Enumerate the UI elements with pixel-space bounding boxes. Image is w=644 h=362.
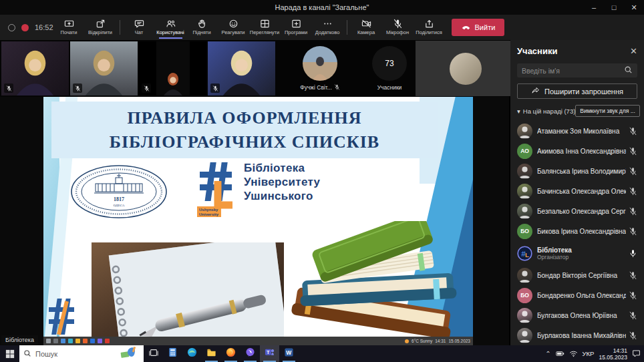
- toolbar-share-screen-button[interactable]: Почати: [53, 16, 85, 39]
- svg-text:University: University: [199, 212, 219, 216]
- participant-tile-no-video[interactable]: [416, 41, 516, 96]
- leave-button[interactable]: Вийти: [452, 19, 505, 36]
- participant-row[interactable]: БОБондаренко Ольга Олександрі...: [517, 285, 637, 305]
- taskbar-app-edge[interactable]: [182, 345, 202, 362]
- taskbar-app-word[interactable]: W: [279, 345, 299, 362]
- panel-close-icon[interactable]: ✕: [630, 46, 637, 56]
- mic-muted-icon[interactable]: [629, 167, 637, 176]
- participant-row[interactable]: Булгакова Олена Юріївна: [517, 305, 637, 325]
- notification-center-icon[interactable]: [632, 348, 641, 360]
- mic-muted-icon[interactable]: [629, 311, 637, 320]
- taskbar-app-calculator[interactable]: [163, 345, 182, 362]
- video-tile-red-haired-woman[interactable]: [139, 41, 206, 96]
- slide-title-banner: ПРАВИЛА ОФОРМЛЕННЯ БІБЛІОГРАФІЧНИХ СПИСК…: [51, 102, 438, 158]
- mini-app-icon: [105, 339, 110, 343]
- search-icon[interactable]: [624, 65, 633, 77]
- participant-row[interactable]: БОБикова Ірина Олександрівна: [517, 221, 637, 241]
- mini-clock-date: 15.05.2023: [448, 339, 470, 343]
- mic-muted-icon[interactable]: [629, 187, 637, 196]
- maximize-button[interactable]: □: [604, 0, 624, 15]
- slide-title-line1: ПРАВИЛА ОФОРМЛЕННЯ: [127, 106, 361, 130]
- close-button[interactable]: ✕: [624, 0, 644, 15]
- mini-weather-icon: [405, 339, 409, 343]
- participant-row[interactable]: Бурлакова Іванна Михайлівна: [517, 325, 637, 345]
- meeting-toolbar: 16:52 Почати Відкріпити Чат Користувачі …: [0, 15, 644, 40]
- participant-avatar: [517, 308, 532, 323]
- video-tile-blonde-woman-blue-room[interactable]: [208, 41, 275, 96]
- taskbar-search-input[interactable]: [35, 350, 116, 358]
- taskbar-app-firefox[interactable]: [221, 345, 240, 362]
- mic-muted-icon[interactable]: [629, 147, 637, 156]
- mute-all-button[interactable]: Вимкнути звук для ...: [575, 105, 639, 117]
- share-icon: [424, 18, 434, 29]
- taskbar-app-explorer[interactable]: [202, 345, 221, 362]
- participant-avatar: [517, 164, 532, 179]
- in-meeting-section-label[interactable]: ▾ На цій нараді (73): [517, 108, 575, 115]
- participant-avatar-tile[interactable]: Фучжі Світ...: [294, 46, 346, 92]
- windows-taskbar: TW ⌃ УКР 14:31 15.05.2023: [0, 345, 644, 362]
- toolbar-button-label: Програми: [285, 29, 307, 35]
- toolbar-share-button[interactable]: Поділитися: [414, 16, 445, 39]
- participant-avatar: [517, 268, 532, 283]
- notebook-pen-image: [92, 242, 284, 337]
- taskbar-app-viber[interactable]: [240, 345, 260, 362]
- toolbar-people-button[interactable]: Користувачі: [155, 16, 186, 39]
- library-logo-line1: Бібліотека: [244, 161, 320, 175]
- mic-muted-icon[interactable]: [629, 127, 637, 136]
- mic-muted-icon[interactable]: [629, 291, 637, 300]
- mic-muted-icon: [4, 83, 13, 93]
- participant-row[interactable]: #LБібліотекаОрганізатор: [517, 241, 637, 265]
- status-ring-icon: [8, 24, 15, 31]
- participant-row[interactable]: АОАкимова Інна Олександрівна: [517, 141, 637, 161]
- language-indicator[interactable]: УКР: [583, 350, 595, 357]
- toolbar-more-button[interactable]: Додатково: [312, 16, 343, 39]
- toolbar-hand-button[interactable]: Підняти: [186, 16, 218, 39]
- participant-row[interactable]: Безпалько Олександра Сергіївна: [517, 201, 637, 221]
- participant-avatar: БО: [517, 224, 532, 239]
- mic-muted-icon[interactable]: [629, 227, 637, 236]
- participant-role: Організатор: [537, 254, 626, 260]
- mic-on-icon[interactable]: [629, 249, 637, 258]
- task-view-icon: [149, 348, 158, 360]
- toolbar-apps-button[interactable]: Програми: [281, 16, 312, 39]
- mic-muted-icon: [334, 84, 340, 92]
- toolbar-camera-off-button[interactable]: Камера: [351, 16, 382, 39]
- taskbar-app-teams[interactable]: T: [260, 345, 279, 362]
- participant-search-input[interactable]: [522, 67, 624, 75]
- firefox-icon: [226, 347, 236, 360]
- wifi-icon[interactable]: [569, 348, 578, 360]
- toolbar-unpin-button[interactable]: Відкріпити: [85, 16, 116, 39]
- participant-row[interactable]: Бондар Вікторія Сергіївна: [517, 265, 637, 285]
- video-tile-woman-by-window[interactable]: [70, 41, 138, 96]
- participant-search[interactable]: [517, 63, 637, 77]
- participant-row[interactable]: Атаманюк Зоя Миколаївна: [517, 121, 637, 141]
- participant-name: Бібліотека: [537, 246, 626, 254]
- search-icon: [23, 348, 31, 360]
- window-titlebar: Нарада в каналі "Загальне" – □ ✕: [0, 0, 644, 15]
- mini-weather-text: 6°C Sunny: [412, 339, 432, 343]
- hash-logo-icon: [47, 297, 76, 337]
- mic-muted-icon[interactable]: [629, 271, 637, 280]
- video-tile-blonde-woman-floral-top[interactable]: [1, 41, 69, 96]
- mic-muted-icon[interactable]: [629, 331, 637, 340]
- participant-row[interactable]: Бачинська Олександра Олекса...: [517, 181, 637, 201]
- share-invite-button[interactable]: Поширити запрошення: [517, 83, 637, 99]
- toolbar-chat-button[interactable]: Чат: [124, 16, 155, 39]
- people-icon: [166, 18, 176, 29]
- battery-icon[interactable]: [556, 348, 565, 360]
- taskbar-clock[interactable]: 14:31 15.05.2023: [599, 347, 627, 361]
- participants-count-avatar[interactable]: 73Учасники: [363, 46, 416, 91]
- hidden-icons-caret[interactable]: ⌃: [545, 350, 550, 357]
- start-button[interactable]: [0, 345, 19, 362]
- minimize-button[interactable]: –: [584, 0, 604, 15]
- mic-muted-icon[interactable]: [629, 207, 637, 216]
- toolbar-react-button[interactable]: Реагувати: [218, 16, 249, 39]
- toolbar-view-button[interactable]: Переглянути: [249, 16, 281, 39]
- mini-search-icon: [53, 339, 58, 343]
- taskbar-search[interactable]: [19, 345, 144, 362]
- taskbar-app-task-view[interactable]: [144, 345, 163, 362]
- participant-row[interactable]: Балянська Ірина Володимирівна: [517, 161, 637, 181]
- participant-name: Бикова Ірина Олександрівна: [537, 228, 626, 235]
- mic-muted-icon: [73, 83, 82, 93]
- toolbar-mic-off-button[interactable]: Мікрофон: [382, 16, 414, 39]
